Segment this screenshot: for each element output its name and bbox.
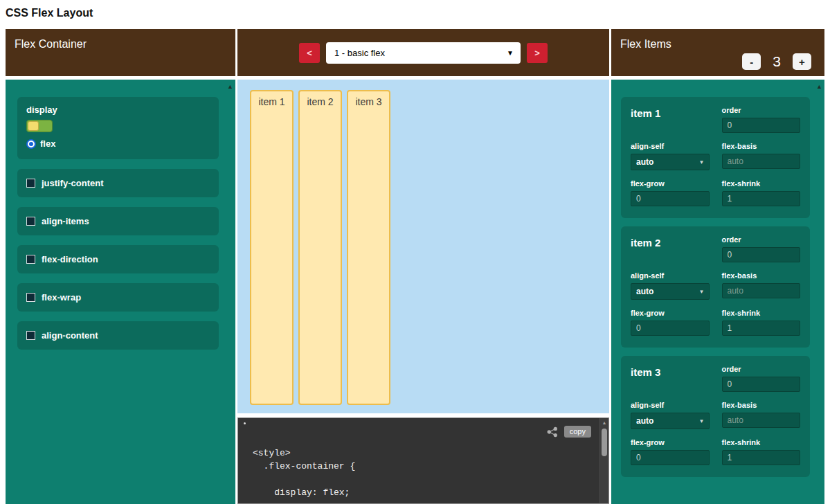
- middle-column: < 1 - basic flex ▼ > item 1 item 2 item …: [237, 29, 609, 504]
- align-self-label: align-self: [631, 142, 710, 150]
- item-card-1: item 1 order align-self auto ▼: [621, 97, 810, 218]
- flex-basis-input[interactable]: [722, 413, 801, 428]
- code-scroll-thumb[interactable]: [602, 429, 607, 456]
- order-cell: order: [722, 235, 801, 262]
- order-input[interactable]: [722, 377, 801, 392]
- flex-grow-input[interactable]: [631, 450, 710, 465]
- align-content-checkbox[interactable]: [26, 331, 35, 340]
- option-card-align-content: align-content: [17, 321, 219, 350]
- align-self-select[interactable]: auto: [631, 283, 710, 300]
- flex-shrink-input[interactable]: [722, 191, 801, 206]
- left-scroll-up-arrow-icon[interactable]: ▲: [227, 83, 233, 90]
- code-block: copy <style> .flex-container { display: …: [237, 417, 609, 504]
- align-self-cell: align-self auto ▼: [631, 401, 710, 429]
- code-toolbar: copy: [547, 426, 591, 438]
- flex-items-title: Flex Items: [620, 38, 671, 50]
- right-scroll-up-arrow-icon[interactable]: ▲: [816, 83, 822, 90]
- display-toggle[interactable]: [26, 120, 53, 132]
- flex-wrap-checkbox[interactable]: [26, 293, 35, 302]
- code-bullet-dot: [244, 422, 246, 424]
- flex-shrink-input[interactable]: [722, 321, 801, 336]
- flex-items-panel: Flex Items - 3 + ▲ item 1 order align-se…: [611, 29, 824, 504]
- order-input[interactable]: [722, 118, 801, 133]
- flex-grow-cell: flex-grow: [631, 438, 710, 465]
- order-label: order: [722, 235, 801, 244]
- flex-basis-label: flex-basis: [722, 271, 801, 280]
- item-name-cell: item 3: [631, 365, 710, 392]
- align-self-select-wrap: auto ▼: [631, 413, 710, 429]
- display-card: display flex: [17, 97, 219, 159]
- code-line: .flex-container {: [253, 460, 355, 473]
- example-select[interactable]: 1 - basic flex: [326, 42, 521, 64]
- item-name: item 3: [631, 365, 710, 378]
- flex-grow-label: flex-grow: [631, 309, 710, 317]
- flex-shrink-cell: flex-shrink: [722, 309, 801, 336]
- align-self-select[interactable]: auto: [631, 154, 710, 170]
- flex-grow-input[interactable]: [631, 321, 710, 336]
- flex-radio[interactable]: [26, 139, 36, 149]
- flex-basis-label: flex-basis: [722, 142, 801, 150]
- flex-container-header: Flex Container: [6, 29, 235, 76]
- option-card-flex-wrap: flex-wrap: [17, 283, 219, 312]
- align-self-cell: align-self auto ▼: [631, 271, 710, 300]
- flex-container-title: Flex Container: [15, 38, 87, 50]
- flex-shrink-label: flex-shrink: [722, 309, 801, 317]
- item-name: item 1: [631, 106, 710, 119]
- align-self-select[interactable]: auto: [631, 413, 710, 429]
- code-line: display: flex;: [253, 486, 355, 499]
- item-name-cell: item 1: [631, 106, 710, 133]
- align-self-select-wrap: auto ▼: [631, 283, 710, 300]
- prev-example-button[interactable]: <: [299, 43, 320, 63]
- item-count-controls: - 3 +: [742, 53, 811, 70]
- order-label: order: [722, 106, 801, 114]
- align-items-checkbox[interactable]: [26, 217, 35, 226]
- flex-wrap-label: flex-wrap: [42, 292, 81, 303]
- page: CSS Flex Layout Flex Container ▲ display…: [0, 0, 830, 504]
- remove-item-button[interactable]: -: [742, 53, 761, 70]
- flex-radio-dot: [29, 142, 33, 146]
- item-name-cell: item 2: [631, 235, 710, 262]
- flex-radio-row[interactable]: flex: [26, 138, 210, 149]
- flex-items-header: Flex Items - 3 +: [611, 29, 824, 76]
- flex-direction-checkbox[interactable]: [26, 255, 35, 264]
- flex-grow-label: flex-grow: [631, 438, 710, 447]
- code-line: [253, 473, 355, 486]
- flex-radio-label: flex: [40, 138, 55, 149]
- preview-item-2: item 2: [298, 90, 342, 405]
- flex-grow-cell: flex-grow: [631, 179, 710, 206]
- code-content: <style> .flex-container { display: flex;: [253, 447, 355, 499]
- preview-item-1: item 1: [250, 90, 294, 405]
- code-scroll-up-arrow-icon[interactable]: ▲: [602, 420, 607, 425]
- flex-basis-input[interactable]: [722, 154, 801, 169]
- order-cell: order: [722, 365, 801, 392]
- flex-grow-label: flex-grow: [631, 179, 710, 188]
- flex-basis-cell: flex-basis: [722, 142, 801, 170]
- item-count: 3: [773, 53, 781, 70]
- flex-grow-input[interactable]: [631, 191, 710, 206]
- flex-basis-input[interactable]: [722, 283, 801, 298]
- flex-shrink-input[interactable]: [722, 450, 801, 465]
- flex-direction-label: flex-direction: [42, 254, 98, 264]
- flex-container-body: ▲ display flex justify-content align-ite…: [6, 80, 235, 504]
- option-card-flex-direction: flex-direction: [17, 245, 219, 273]
- share-icon[interactable]: [547, 426, 558, 438]
- next-example-button[interactable]: >: [527, 43, 548, 63]
- align-content-label: align-content: [42, 330, 98, 341]
- flex-shrink-label: flex-shrink: [722, 179, 801, 188]
- flex-grow-cell: flex-grow: [631, 309, 710, 336]
- display-toggle-knob: [28, 121, 39, 131]
- item-name: item 2: [631, 235, 710, 249]
- flex-shrink-cell: flex-shrink: [722, 438, 801, 465]
- order-input[interactable]: [722, 247, 801, 262]
- order-label: order: [722, 365, 801, 373]
- copy-button[interactable]: copy: [564, 426, 591, 438]
- align-self-select-wrap: auto ▼: [631, 154, 710, 170]
- display-label: display: [26, 105, 210, 115]
- align-self-label: align-self: [631, 401, 710, 409]
- add-item-button[interactable]: +: [793, 53, 811, 70]
- code-scrollbar[interactable]: ▲: [599, 418, 608, 503]
- flex-container-panel: Flex Container ▲ display flex justify-co…: [6, 29, 235, 504]
- justify-content-checkbox[interactable]: [26, 179, 35, 188]
- flex-basis-cell: flex-basis: [722, 271, 801, 300]
- example-nav-bar: < 1 - basic flex ▼ >: [237, 29, 609, 76]
